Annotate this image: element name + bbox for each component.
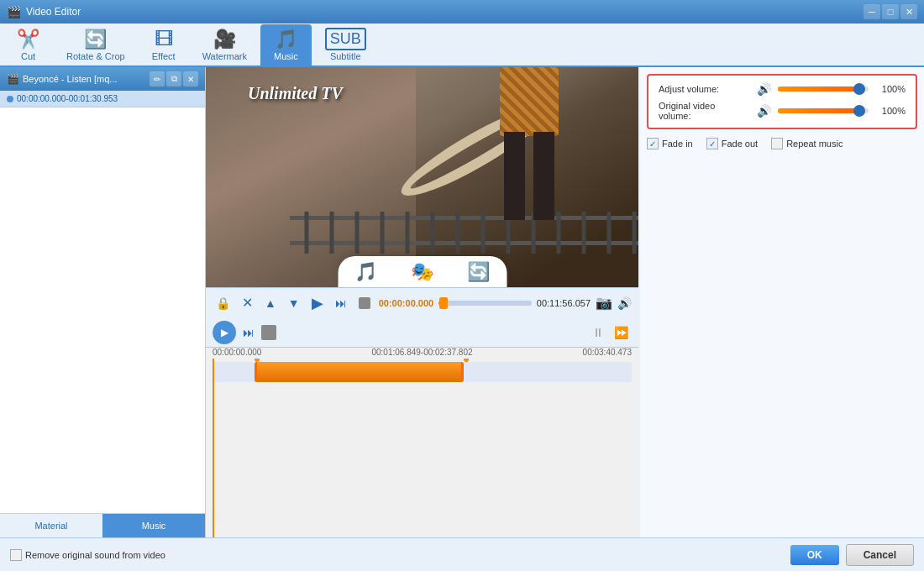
remove-sound-label[interactable]: Remove original sound from video [10,549,784,561]
fade-out-checkbox[interactable] [706,138,718,149]
move-down-button[interactable]: ▼ [285,295,303,312]
adjust-volume-slider[interactable] [778,86,869,92]
timeline-times: 00:00:00.000 00:01:06.849-00:02:37.802 0… [206,348,638,359]
adjust-volume-fill [778,86,860,92]
clip-list: 00:00:00.000-00:01:30.953 [0,91,205,513]
main-track[interactable] [213,362,632,382]
remove-sound-checkbox[interactable] [10,549,22,561]
volume-button[interactable]: 🔊 [617,296,632,310]
options-row: Fade in Fade out Repeat music [647,136,917,151]
timeline-ff-button[interactable]: ⏩ [611,324,632,341]
lock-button[interactable]: 🔒 [213,295,234,312]
fade-in-label[interactable]: Fade in [647,138,693,149]
watermark-icon: 🎥 [213,29,236,50]
app-window: 🎬 Video Editor ─ □ ✕ ✂️ Cut 🔄 Rotate & C… [0,0,924,571]
tab-subtitle[interactable]: SUB Subtitle [312,24,380,66]
effect-icon: 🎞 [155,29,173,50]
tab-rotate[interactable]: 🔄 Rotate & Crop [53,24,139,66]
original-volume-slider[interactable] [778,108,869,113]
center-column: Unlimited TV 🎵 🎭 🔄 🔒 ✕ ▲ ▼ ▶ ⏭ [206,67,638,537]
timeline-start: 00:00:00.000 [213,348,261,357]
tab-material[interactable]: Material [0,514,102,537]
tab-cut[interactable]: ✂️ Cut [3,24,53,66]
subtitle-icon: SUB [325,28,366,50]
rotate-icon: 🔄 [84,29,107,50]
adjust-volume-row: Adjust volume: 🔊 100% [659,82,906,96]
person-figure [487,67,571,220]
screenshot-button[interactable]: 📷 [596,295,612,311]
adjust-volume-label: Adjust volume: [659,84,750,94]
timeline-mid: 00:01:06.849-00:02:37.802 [371,348,472,357]
tab-effect[interactable]: 🎞 Effect [139,24,189,66]
svg-rect-0 [290,212,638,254]
volume-icon-2: 🔊 [757,104,771,118]
repeat-music-label[interactable]: Repeat music [771,138,843,149]
clip-header-controls: ✏ ⧉ ✕ [150,71,198,86]
timeline-toolbar: ▶ ⏭ ⏸ ⏩ [206,317,638,348]
cancel-button[interactable]: Cancel [846,544,914,566]
timeline-track [206,359,638,537]
timeline-stop-button[interactable] [261,325,276,340]
tab-music-left[interactable]: Music [102,514,205,537]
timeline-step-button[interactable]: ⏭ [239,324,258,341]
step-button[interactable]: ⏭ [332,295,350,312]
progress-thumb [439,297,448,309]
add-effect-button[interactable]: 🎭 [411,261,433,283]
volume-icon-1: 🔊 [757,82,771,96]
fade-out-label[interactable]: Fade out [706,138,758,149]
cut-icon: ✂️ [17,29,39,50]
adjust-volume-thumb [853,83,865,95]
left-panel-tabs: Material Music [0,513,205,537]
volume-control-box: Adjust volume: 🔊 100% Original video vol… [647,74,917,129]
video-frame: Unlimited TV [206,67,638,287]
video-watermark: Unlimited TV [248,84,343,103]
fade-in-checkbox[interactable] [647,138,659,149]
fade-out-text: Fade out [722,139,758,149]
ok-button[interactable]: OK [790,545,839,565]
clip-copy-button[interactable]: ⧉ [166,71,181,86]
tab-watermark[interactable]: 🎥 Watermark [189,24,260,66]
player-controls: 🔒 ✕ ▲ ▼ ▶ ⏭ 00:00:00.000 00:11:56.057 📷 … [206,287,638,317]
clip-indicator [7,96,13,102]
stop-button[interactable] [355,296,374,311]
delete-button[interactable]: ✕ [239,293,256,312]
svg-rect-18 [359,297,370,309]
clip-title: Beyoncé - Listen [mq... [23,74,146,84]
move-up-button[interactable]: ▲ [261,295,280,312]
clip-header: 🎬 Beyoncé - Listen [mq... ✏ ⧉ ✕ [0,67,205,91]
progress-bar[interactable] [438,301,532,306]
play-button[interactable]: ▶ [308,292,327,314]
timeline-end: 00:03:40.473 [583,348,632,357]
fade-in-text: Fade in [662,139,693,149]
video-preview: Unlimited TV 🎵 🎭 🔄 [206,67,638,287]
timeline-playhead [213,359,214,537]
original-volume-thumb [853,105,865,117]
remove-sound-text: Remove original sound from video [25,550,165,560]
clip-edit-button[interactable]: ✏ [150,71,165,86]
tab-music[interactable]: 🎵 Music [260,24,312,66]
left-leg [504,132,525,220]
restore-button[interactable]: □ [882,4,899,19]
clip-item[interactable]: 00:00:00.000-00:01:30.953 [0,91,205,107]
timeline-play-button[interactable]: ▶ [213,321,236,344]
clip-close-button[interactable]: ✕ [183,71,198,86]
content-area: 🎬 Beyoncé - Listen [mq... ✏ ⧉ ✕ 00:00:00… [0,67,924,537]
minimize-button[interactable]: ─ [864,4,880,19]
repeat-music-text: Repeat music [786,139,843,149]
fence-bars [290,212,638,254]
repeat-music-checkbox[interactable] [771,138,783,149]
refresh-button[interactable]: 🔄 [467,261,490,283]
music-icon: 🎵 [275,29,297,50]
close-button[interactable]: ✕ [900,4,917,19]
end-time: 00:11:56.057 [537,298,591,308]
toolbar: ✂️ Cut 🔄 Rotate & Crop 🎞 Effect 🎥 Waterm… [0,24,924,67]
original-volume-fill [778,108,860,113]
left-panel: 🎬 Beyoncé - Listen [mq... ✏ ⧉ ✕ 00:00:00… [0,67,206,537]
add-music-button[interactable]: 🎵 [354,261,377,283]
body [500,67,559,136]
app-title: Video Editor [26,6,864,18]
timeline-section: ▶ ⏭ ⏸ ⏩ 00:00:00.000 00:01:06.849-00:02:… [206,317,638,537]
track-end-marker [464,359,469,362]
timeline-pause-button[interactable]: ⏸ [589,324,607,341]
track-segment [255,362,465,382]
